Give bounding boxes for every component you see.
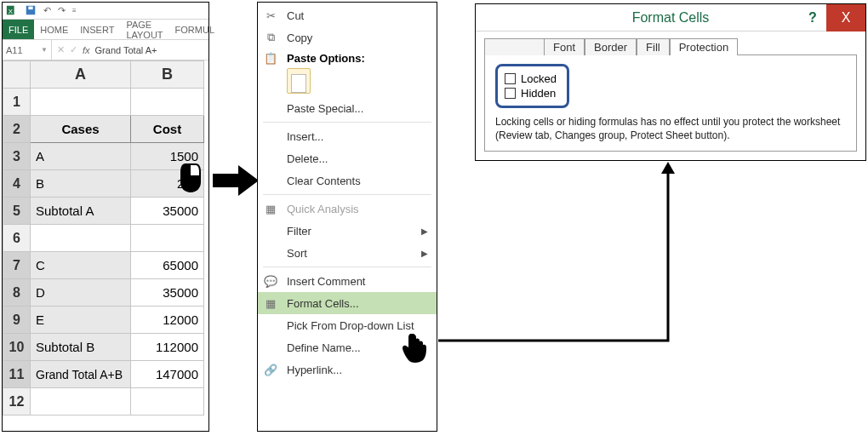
ribbon-tabs: FILE HOME INSERT PAGE LAYOUT FORMUL: [3, 20, 208, 40]
format-cells-icon: ▦: [263, 295, 278, 311]
scissors-icon: ✂: [263, 8, 278, 23]
formula-bar-value[interactable]: Grand Total A+: [95, 45, 157, 55]
row-header[interactable]: 3: [3, 143, 31, 170]
chevron-down-icon[interactable]: ▼: [41, 46, 48, 54]
svg-text:X: X: [9, 7, 14, 14]
name-formula-row: A11 ▼ ✕ ✓ fx Grand Total A+: [3, 40, 208, 60]
worksheet-grid[interactable]: A B 1 2 Cases Cost 3 A 1500 4 B 200: [3, 60, 204, 415]
menu-filter[interactable]: Filter ▶: [258, 220, 437, 242]
quick-analysis-icon: ▦: [263, 201, 278, 216]
cancel-icon[interactable]: ✕: [57, 44, 65, 55]
row-header[interactable]: 11: [3, 361, 31, 388]
tab-hidden-left[interactable]: .: [484, 38, 544, 55]
cell[interactable]: Subtotal A: [31, 198, 131, 225]
menu-insert[interactable]: Insert...: [258, 125, 437, 147]
row-header[interactable]: 4: [3, 170, 31, 198]
cell[interactable]: 12000: [131, 307, 204, 334]
cell[interactable]: 65000: [131, 252, 204, 279]
quick-access-toolbar: X ↶ ↷ ≡: [3, 3, 208, 20]
enter-icon[interactable]: ✓: [70, 44, 77, 55]
excel-window: X ↶ ↷ ≡ FILE HOME INSERT PAGE LAYOUT FOR…: [2, 2, 209, 432]
row-header[interactable]: 5: [3, 198, 31, 225]
cell-header-cases[interactable]: Cases: [31, 116, 131, 143]
svg-marker-5: [661, 162, 675, 174]
tab-fill[interactable]: Fill: [637, 38, 670, 55]
tab-insert[interactable]: INSERT: [74, 20, 120, 39]
save-icon[interactable]: [25, 4, 37, 18]
menu-clear-contents[interactable]: Clear Contents: [258, 169, 437, 192]
tab-formulas[interactable]: FORMUL: [169, 20, 220, 39]
help-button[interactable]: ?: [799, 4, 826, 32]
fx-icon[interactable]: fx: [83, 45, 90, 55]
comment-icon: 💬: [263, 273, 278, 289]
checkbox-icon: [505, 88, 516, 99]
chevron-right-icon: ▶: [421, 249, 428, 258]
undo-icon[interactable]: ↶: [43, 5, 51, 16]
menu-sort[interactable]: Sort ▶: [258, 242, 437, 264]
locked-checkbox[interactable]: Locked: [505, 72, 557, 86]
menu-quick-analysis: ▦ Quick Analysis: [258, 198, 437, 220]
menu-cut[interactable]: ✂ Cut: [258, 4, 437, 26]
svg-marker-4: [213, 165, 259, 196]
menu-format-cells[interactable]: ▦ Format Cells...: [258, 292, 437, 314]
tab-font[interactable]: Font: [544, 38, 585, 55]
row-header[interactable]: 9: [3, 307, 31, 334]
cell-header-cost[interactable]: Cost: [131, 116, 204, 143]
cell[interactable]: [131, 225, 204, 252]
menu-insert-comment[interactable]: 💬 Insert Comment: [258, 270, 437, 292]
hidden-checkbox[interactable]: Hidden: [505, 86, 557, 100]
chevron-right-icon: ▶: [421, 226, 428, 236]
cell[interactable]: C: [31, 252, 131, 279]
cell[interactable]: D: [31, 279, 131, 307]
cell[interactable]: E: [31, 307, 131, 334]
mouse-right-click-icon: [177, 160, 211, 194]
col-header-A[interactable]: A: [31, 61, 131, 89]
tab-protection[interactable]: Protection: [670, 38, 739, 55]
cell[interactable]: Subtotal B: [31, 334, 131, 361]
row-header[interactable]: 7: [3, 252, 31, 279]
separator: [263, 266, 431, 267]
cell[interactable]: 112000: [131, 334, 204, 361]
close-button[interactable]: X: [826, 4, 865, 32]
cell[interactable]: [31, 225, 131, 252]
highlight-callout: Locked Hidden: [495, 64, 569, 108]
row-header[interactable]: 12: [3, 388, 31, 415]
cell[interactable]: [31, 388, 131, 415]
col-header-B[interactable]: B: [131, 61, 204, 89]
clipboard-icon: 📋: [263, 50, 278, 66]
cell[interactable]: Grand Total A+B: [31, 361, 131, 388]
copy-icon: ⧉: [263, 30, 278, 45]
paste-default-button[interactable]: [287, 68, 311, 94]
cell[interactable]: 147000: [131, 361, 204, 388]
cell[interactable]: [131, 388, 204, 415]
cell[interactable]: B: [31, 170, 131, 198]
hyperlink-icon: 🔗: [263, 362, 278, 377]
tab-file[interactable]: FILE: [3, 20, 34, 39]
row-header[interactable]: 6: [3, 225, 31, 252]
tab-page-layout[interactable]: PAGE LAYOUT: [120, 20, 168, 39]
cell[interactable]: [131, 89, 204, 116]
row-header[interactable]: 1: [3, 89, 31, 116]
row-header[interactable]: 2: [3, 116, 31, 143]
cell[interactable]: 35000: [131, 279, 204, 307]
checkbox-icon: [505, 73, 516, 84]
tab-border[interactable]: Border: [585, 38, 637, 55]
cell[interactable]: 35000: [131, 198, 204, 225]
qat-dropdown-icon[interactable]: ≡: [72, 7, 77, 14]
format-cells-dialog: Format Cells ? X . Font Border Fill Prot…: [475, 3, 866, 161]
name-box-value: A11: [6, 45, 23, 55]
menu-paste-special[interactable]: Paste Special...: [258, 97, 437, 119]
pointer-hand-icon: [400, 330, 429, 364]
row-header[interactable]: 10: [3, 334, 31, 361]
redo-icon[interactable]: ↷: [58, 5, 66, 16]
select-all-cell[interactable]: [3, 61, 31, 89]
cell[interactable]: [31, 89, 131, 116]
name-box[interactable]: A11 ▼: [3, 40, 52, 60]
separator: [263, 122, 431, 123]
tab-home[interactable]: HOME: [34, 20, 74, 39]
menu-delete[interactable]: Delete...: [258, 147, 437, 169]
protection-note: Locking cells or hiding formulas has no …: [495, 115, 846, 142]
menu-copy[interactable]: ⧉ Copy: [258, 26, 437, 49]
row-header[interactable]: 8: [3, 279, 31, 307]
cell[interactable]: A: [31, 143, 131, 170]
